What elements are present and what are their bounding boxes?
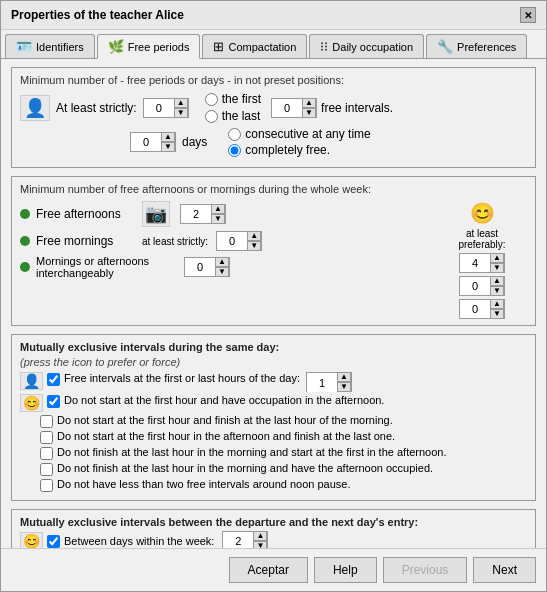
mutually-exclusive-same-day-group: Mutually exclusive intervals during the … bbox=[11, 334, 536, 501]
radio-last[interactable] bbox=[205, 110, 218, 123]
tabs-bar: 🪪 Identifiers 🌿 Free periods ⊞ Compactat… bbox=[1, 30, 546, 59]
tab-preferences[interactable]: 🔧 Preferences bbox=[426, 34, 527, 58]
between-days-spinbox[interactable]: ▲ ▼ bbox=[222, 531, 268, 548]
mutually-exclusive-between-days-group: Mutually exclusive intervals between the… bbox=[11, 509, 536, 548]
aceptar-button[interactable]: Aceptar bbox=[229, 557, 308, 583]
free-intervals-spinbox[interactable]: ▲ ▼ bbox=[271, 98, 317, 118]
checkbox-row-3: Do not start at the first hour in the af… bbox=[40, 430, 527, 444]
force-icon-0[interactable]: 👤 bbox=[20, 372, 43, 390]
pref-bot-spinbox[interactable]: ▲ ▼ bbox=[459, 299, 505, 319]
free-mornings-label: Free mornings bbox=[36, 234, 136, 248]
free-periods-down[interactable]: ▼ bbox=[174, 108, 188, 118]
free-intervals-input[interactable] bbox=[272, 99, 302, 117]
pref-mid-spin-btns: ▲ ▼ bbox=[490, 276, 504, 296]
tab-free-periods[interactable]: 🌿 Free periods bbox=[97, 34, 201, 59]
radio-first-label: the first bbox=[222, 92, 261, 106]
tab-preferences-label: Preferences bbox=[457, 41, 516, 53]
checkbox-row-6: Do not have less than two free intervals… bbox=[40, 478, 527, 492]
pref-mid-up[interactable]: ▲ bbox=[490, 276, 504, 286]
radio-consecutive[interactable] bbox=[228, 128, 241, 141]
pref-top-down[interactable]: ▼ bbox=[490, 263, 504, 273]
checkbox-1[interactable] bbox=[47, 395, 60, 408]
pref-mid-spinbox[interactable]: ▲ ▼ bbox=[459, 276, 505, 296]
checkbox-2[interactable] bbox=[40, 415, 53, 428]
between-days-row: 😊 Between days within the week: ▲ ▼ bbox=[20, 531, 527, 548]
checkbox-5[interactable] bbox=[40, 463, 53, 476]
pref-bot-input[interactable] bbox=[460, 300, 490, 318]
mornings-spinbox[interactable]: ▲ ▼ bbox=[216, 231, 262, 251]
between-days-checkbox[interactable] bbox=[47, 535, 60, 548]
smiley-icon-between[interactable]: 😊 bbox=[20, 532, 43, 548]
min-free-afternoons-group: Minimum number of free afternoons or mor… bbox=[11, 176, 536, 326]
pref-top-input[interactable] bbox=[460, 254, 490, 272]
checkbox-0-input[interactable] bbox=[307, 374, 337, 392]
radio-first[interactable] bbox=[205, 93, 218, 106]
checkbox-row-5: Do not finish at the last hour in the mo… bbox=[40, 462, 527, 476]
checkbox-0-spin-btns: ▲ ▼ bbox=[337, 372, 351, 392]
afternoons-right-col: 😊 at leastpreferably: ▲ ▼ ▲ ▼ bbox=[437, 201, 527, 319]
afternoons-input[interactable] bbox=[181, 205, 211, 223]
interchangeable-up[interactable]: ▲ bbox=[215, 257, 229, 267]
tab-identifiers[interactable]: 🪪 Identifiers bbox=[5, 34, 95, 58]
next-button[interactable]: Next bbox=[473, 557, 536, 583]
mornings-down[interactable]: ▼ bbox=[247, 241, 261, 251]
pref-bot-up[interactable]: ▲ bbox=[490, 299, 504, 309]
afternoons-up[interactable]: ▲ bbox=[211, 204, 225, 214]
previous-button[interactable]: Previous bbox=[383, 557, 468, 583]
at-least-strictly-label: At least strictly: bbox=[56, 101, 137, 115]
tab-compactation[interactable]: ⊞ Compactation bbox=[202, 34, 307, 58]
pref-top-spinbox[interactable]: ▲ ▼ bbox=[459, 253, 505, 273]
checkbox-0-down[interactable]: ▼ bbox=[337, 382, 351, 392]
pref-mid-down[interactable]: ▼ bbox=[490, 286, 504, 296]
free-intervals-spin-btns: ▲ ▼ bbox=[302, 98, 316, 118]
mornings-input[interactable] bbox=[217, 232, 247, 250]
checkbox-label-0: Free intervals at the first or last hour… bbox=[64, 372, 300, 384]
free-afternoons-dot bbox=[20, 209, 30, 219]
free-periods-spinbox[interactable]: ▲ ▼ bbox=[143, 98, 189, 118]
days-down[interactable]: ▼ bbox=[161, 142, 175, 152]
days-up[interactable]: ▲ bbox=[161, 132, 175, 142]
between-days-down[interactable]: ▼ bbox=[253, 541, 267, 548]
radio-completely-free[interactable] bbox=[228, 144, 241, 157]
interchangeable-spinbox[interactable]: ▲ ▼ bbox=[184, 257, 230, 277]
mornings-up[interactable]: ▲ bbox=[247, 231, 261, 241]
afternoons-down[interactable]: ▼ bbox=[211, 214, 225, 224]
between-days-up[interactable]: ▲ bbox=[253, 531, 267, 541]
checkbox-3[interactable] bbox=[40, 431, 53, 444]
close-button[interactable]: ✕ bbox=[520, 7, 536, 23]
free-periods-up[interactable]: ▲ bbox=[174, 98, 188, 108]
help-button[interactable]: Help bbox=[314, 557, 377, 583]
checkbox-0-up[interactable]: ▲ bbox=[337, 372, 351, 382]
interchangeable-input[interactable] bbox=[185, 258, 215, 276]
checkbox-row-4: Do not finish at the last hour in the mo… bbox=[40, 446, 527, 460]
tab-daily-occupation[interactable]: ⁝⁝ Daily occupation bbox=[309, 34, 424, 58]
interchangeable-down[interactable]: ▼ bbox=[215, 267, 229, 277]
checkbox-6[interactable] bbox=[40, 479, 53, 492]
identifiers-icon: 🪪 bbox=[16, 39, 32, 54]
checkbox-label-1: Do not start at the first hour and have … bbox=[64, 394, 384, 406]
radio-consecutive-row: consecutive at any time bbox=[228, 127, 370, 141]
between-days-input[interactable] bbox=[223, 532, 253, 548]
pref-mid-input[interactable] bbox=[460, 277, 490, 295]
pref-bot-down[interactable]: ▼ bbox=[490, 309, 504, 319]
free-intervals-up[interactable]: ▲ bbox=[302, 98, 316, 108]
checkbox-0-spinbox[interactable]: ▲ ▼ bbox=[306, 372, 352, 392]
checkbox-row-1: 😊 Do not start at the first hour and hav… bbox=[20, 394, 527, 412]
free-intervals-label: free intervals. bbox=[321, 101, 393, 115]
afternoons-spinbox[interactable]: ▲ ▼ bbox=[180, 204, 226, 224]
checkbox-4[interactable] bbox=[40, 447, 53, 460]
days-input[interactable] bbox=[131, 133, 161, 151]
free-afternoons-row: Free afternoons 📷 ▲ ▼ bbox=[20, 201, 429, 227]
days-spinbox[interactable]: ▲ ▼ bbox=[130, 132, 176, 152]
between-days-label: Between days within the week: bbox=[64, 535, 214, 547]
checkbox-0[interactable] bbox=[47, 373, 60, 386]
free-periods-input[interactable] bbox=[144, 99, 174, 117]
main-content: Minimum number of - free periods or days… bbox=[1, 59, 546, 548]
days-label: days bbox=[182, 135, 207, 149]
checkbox-label-6: Do not have less than two free intervals… bbox=[57, 478, 351, 490]
pref-top-up[interactable]: ▲ bbox=[490, 253, 504, 263]
force-icon-1[interactable]: 😊 bbox=[20, 394, 43, 412]
tab-identifiers-label: Identifiers bbox=[36, 41, 84, 53]
free-intervals-down[interactable]: ▼ bbox=[302, 108, 316, 118]
radio-last-row: the last bbox=[205, 109, 261, 123]
